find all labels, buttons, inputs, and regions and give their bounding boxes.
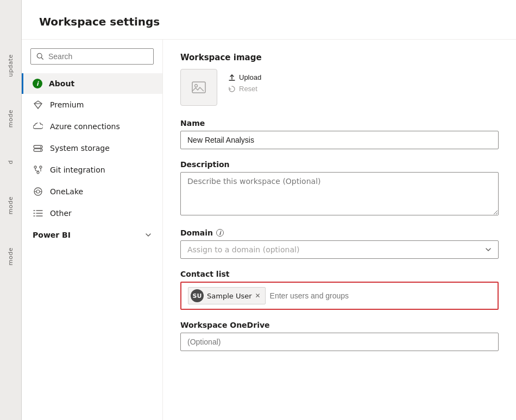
main-panel: Workspace settings About [22,0,516,420]
search-input[interactable] [48,52,148,61]
reset-icon [228,85,236,93]
domain-label: Domain i [180,228,499,237]
workspace-image-label: Workspace image [180,53,499,62]
git-icon [33,164,43,175]
storage-icon [33,143,43,154]
reset-button[interactable]: Reset [228,85,261,93]
svg-marker-2 [34,101,42,109]
contact-list-field-group: Contact list SU Sample User ✕ [180,270,499,310]
powerbi-section-header[interactable]: Power BI [22,224,162,244]
onedrive-field-group: Workspace OneDrive [180,321,499,351]
svg-line-1 [41,58,43,59]
onedrive-label: Workspace OneDrive [180,321,499,329]
chevron-down-icon [485,246,492,253]
description-label: Description [180,160,499,169]
sidebar-item-azure[interactable]: Azure connections [22,116,162,137]
contact-tag-sample-user: SU Sample User ✕ [188,287,266,304]
svg-point-7 [40,150,41,151]
sidebar-item-other[interactable]: Other [22,202,162,224]
name-label: Name [180,119,499,128]
sidebar-item-about-label: About [49,79,74,88]
svg-point-9 [40,166,42,168]
diamond-icon [33,99,43,110]
svg-point-23 [195,85,198,87]
workspace-image-placeholder [180,69,217,106]
svg-point-13 [36,190,40,193]
upload-button[interactable]: Upload [228,73,261,81]
sidebar-item-storage-label: System storage [50,144,110,152]
content-area: Workspace image [163,40,516,420]
cloud-icon [33,121,43,132]
search-box[interactable] [30,48,154,65]
sidebar-item-about[interactable]: About [22,73,162,94]
panel-body: About Premium Azure c [22,40,516,420]
chevron-down-icon [145,232,152,238]
upload-icon [228,74,236,81]
image-actions: Upload Reset [228,69,261,93]
name-input[interactable] [180,131,499,149]
contact-list-label: Contact list [180,270,499,278]
contact-list-box[interactable]: SU Sample User ✕ [180,282,499,310]
sidebar-item-git[interactable]: Git integration [22,159,162,181]
domain-field-group: Domain i Assign to a domain (optional) [180,228,499,259]
sidebar-item-other-label: Other [50,209,72,218]
description-input[interactable] [180,172,499,215]
strip-label-update: update [7,54,14,77]
sidebar-item-storage[interactable]: System storage [22,137,162,159]
page-title: Workspace settings [22,0,516,40]
name-field-group: Name [180,119,499,149]
contact-remove-button[interactable]: ✕ [255,292,261,299]
search-icon [36,53,44,60]
contact-name: Sample User [207,292,252,300]
strip-label-d: d [7,160,14,164]
contact-avatar: SU [191,289,204,302]
strip-label-mode3: mode [7,247,14,265]
strip-label-mode2: mode [7,196,14,214]
onelake-icon [33,186,43,197]
domain-info-icon[interactable]: i [216,229,224,237]
image-section: Upload Reset [180,69,499,106]
sidebar-item-azure-label: Azure connections [50,122,120,131]
domain-select[interactable]: Assign to a domain (optional) [180,240,499,259]
sidebar: About Premium Azure c [22,40,163,420]
sidebar-item-premium-label: Premium [50,100,84,109]
sidebar-item-premium[interactable]: Premium [22,94,162,116]
domain-placeholder: Assign to a domain (optional) [187,245,299,254]
left-strip: update mode d mode mode [0,0,22,420]
list-icon [33,208,43,219]
about-active-dot [33,79,42,88]
onedrive-input[interactable] [180,333,499,351]
description-field-group: Description [180,160,499,218]
svg-point-8 [34,166,36,168]
contact-input[interactable] [270,291,491,300]
svg-point-10 [37,171,39,174]
powerbi-section-label: Power BI [33,231,71,239]
svg-point-6 [40,147,41,148]
strip-label-mode1: mode [7,110,14,128]
sidebar-item-onelake-label: OneLake [50,187,83,196]
sidebar-item-git-label: Git integration [50,166,105,174]
sidebar-item-onelake[interactable]: OneLake [22,181,162,202]
